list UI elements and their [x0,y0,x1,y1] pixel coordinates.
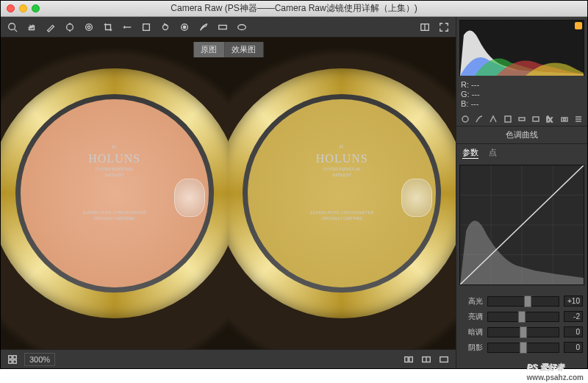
svg-rect-18 [13,355,16,358]
slider-knob[interactable] [518,311,526,323]
slider-value[interactable]: 0 [564,342,583,353]
brush-tool-icon[interactable] [198,21,209,33]
tab-presets-icon[interactable] [573,114,584,124]
slider-track[interactable] [487,327,559,337]
svg-point-6 [87,26,90,29]
original-image: H HOLUNS OYSTER PERPETUAL DATEJUST SUPER… [1,37,229,349]
svg-point-2 [67,24,74,30]
r-value: R: --- [461,80,583,90]
svg-rect-27 [505,116,511,122]
svg-point-10 [163,24,168,29]
b-value: B: --- [461,99,583,109]
preview-area[interactable]: 原图 效果图 H HOLUNS OYSTER PERPETUAL DATEJUS… [1,37,456,349]
panel-tabs: fx [456,112,587,126]
slider-row: 阴影 0 [461,342,583,353]
slider-label: 暗调 [461,327,483,337]
subtab-point[interactable]: 点 [489,147,497,159]
split-mode-icon[interactable] [420,354,432,365]
tab-split-icon[interactable] [516,114,527,124]
svg-rect-17 [9,355,12,358]
watch-chrono1: SUPERLATIVE CHRONOMETER [82,210,146,215]
slider-knob[interactable] [524,296,531,307]
svg-rect-28 [519,118,525,121]
svg-rect-9 [143,24,150,30]
transform-tool-icon[interactable] [140,21,152,33]
watch-logo: H [340,144,345,149]
gradient-tool-icon[interactable] [217,21,229,33]
svg-point-14 [238,24,246,29]
svg-rect-22 [409,357,412,362]
whitebalance-tool-icon[interactable] [45,21,57,33]
original-label[interactable]: 原图 [193,42,224,57]
svg-point-0 [9,23,15,29]
svg-rect-13 [219,25,227,29]
svg-point-26 [462,116,468,122]
slider-track[interactable] [487,312,559,322]
tab-hsl-icon[interactable] [502,114,513,124]
slider-row: 高光 +10 [461,296,583,307]
zoom-tool-icon[interactable] [7,21,18,33]
svg-point-5 [86,24,93,30]
tab-camera-icon[interactable] [559,114,570,124]
tab-fx-icon[interactable]: fx [545,114,556,124]
watch-sub2: DATEJUST [333,173,351,177]
slider-knob[interactable] [520,326,527,338]
curve-subtabs: 参数 点 [456,144,587,162]
svg-rect-20 [13,359,16,362]
svg-rect-19 [9,359,12,362]
svg-text:fx: fx [546,115,553,124]
slider-value[interactable]: +10 [564,296,583,307]
slider-value[interactable]: 0 [564,326,583,337]
slider-label: 高光 [461,296,483,307]
single-mode-icon[interactable] [438,354,450,365]
watch-brand: HOLUNS [88,152,140,165]
histogram[interactable] [459,20,584,76]
watch-sub1: OYSTER PERPETUAL [323,167,361,171]
sliders-group: 高光 +10亮调 -2暗调 0阴影 0 [456,288,587,360]
slider-row: 暗调 0 [461,326,583,337]
highlight-warning-icon[interactable] [575,22,582,29]
tone-curve[interactable] [459,165,584,285]
watch-chrono2: OFFICIALLY CERTIFIED [321,216,362,221]
tab-curve-icon[interactable] [473,114,484,124]
svg-rect-25 [440,357,448,362]
titlebar: Camera Raw (PS神器——Camera Raw滤镜使用详解（上集）) [1,1,587,17]
settings-panel: R: --- G: --- B: --- fx 色调曲线 参数 点 [456,17,587,368]
radial-tool-icon[interactable] [236,21,248,33]
slider-label: 阴影 [461,343,483,353]
spot-removal-icon[interactable] [159,21,171,33]
status-bar: 300% [1,349,456,368]
straighten-tool-icon[interactable] [121,21,133,33]
crop-tool-icon[interactable] [102,21,114,33]
svg-point-32 [563,118,565,121]
grid-icon[interactable] [7,354,18,365]
slider-track[interactable] [487,343,559,353]
hand-tool-icon[interactable] [26,21,37,33]
watch-sub2: DATEJUST [105,173,123,177]
color-sampler-icon[interactable] [64,21,76,33]
tab-basic-icon[interactable] [459,114,470,124]
svg-rect-21 [405,357,408,362]
preview-toggle-icon[interactable] [419,21,431,33]
svg-line-1 [15,29,18,32]
slider-row: 亮调 -2 [461,311,583,322]
subtab-parametric[interactable]: 参数 [462,147,478,159]
result-label[interactable]: 效果图 [224,42,263,57]
svg-rect-29 [533,117,539,121]
slider-knob[interactable] [520,342,527,354]
slider-value[interactable]: -2 [564,311,583,322]
slider-label: 亮调 [461,312,483,322]
fullscreen-icon[interactable] [438,21,450,33]
tab-lens-icon[interactable] [531,114,542,124]
watch-sub1: OYSTER PERPETUAL [96,167,134,171]
target-adjust-icon[interactable] [83,21,95,33]
tab-detail-icon[interactable] [488,114,499,124]
compare-mode-icon[interactable] [403,354,415,365]
window-title: Camera Raw (PS神器——Camera Raw滤镜使用详解（上集）) [1,2,587,15]
redeye-tool-icon[interactable] [179,21,190,33]
slider-track[interactable] [487,296,559,307]
g-value: G: --- [461,90,583,99]
panel-title: 色调曲线 [456,126,587,144]
zoom-level[interactable]: 300% [24,353,55,366]
date-lens [174,179,205,217]
